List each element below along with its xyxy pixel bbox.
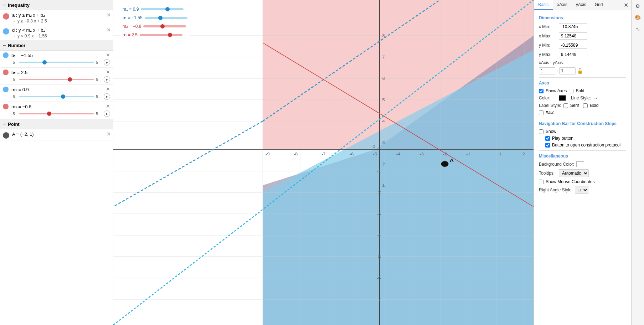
inequality-d-sublabel: y < 0.9 x − 1.55 [17,33,47,38]
svg-text:-4: -4 [377,233,381,237]
inequality-d-color-dot [3,28,9,35]
right-angle-label: Right Angle Style: [539,187,573,192]
italic-checkbox[interactable] [539,110,543,115]
svg-text:-4: -4 [396,152,401,156]
m2-slider[interactable] [19,113,94,114]
number-item-m1: m₁ = 0.9 ✕ -5 5 ▶ [0,85,113,102]
nav-play-checkbox[interactable] [545,136,550,141]
b1-min-label: -5 [11,60,17,65]
b2-float-row: b₂ = 2.5 [120,31,190,38]
inequality-d-label: d : y < m₁ x + b₁ [12,27,110,33]
xmin-input[interactable] [559,23,587,30]
svg-text:A: A [449,158,454,163]
sliders-floating-panel: m₁ = 0.9 b₁ = −1.55 m₂ = −0.8 b₂ = 2.5 [120,6,190,38]
m1-slider[interactable] [19,96,94,97]
m2-float-thumb [160,24,165,29]
b1-close-btn[interactable]: ✕ [106,52,110,57]
lock-icon[interactable]: 🔓 [577,68,583,74]
point-collapse-btn[interactable]: − [3,121,6,127]
b1-play-btn[interactable]: ▶ [104,59,110,66]
divider-3 [539,150,626,151]
xmax-row: x Max: [539,32,626,40]
svg-text:-2: -2 [377,191,381,195]
m2-close-btn[interactable]: ✕ [106,104,110,109]
function-icon[interactable]: ∿ [633,24,643,33]
nav-show-checkbox[interactable] [539,129,543,134]
ymax-input[interactable] [559,51,587,58]
nav-protocol-checkbox[interactable] [545,143,550,148]
svg-text:0: 0 [372,144,375,149]
b1-color-dot [3,52,9,58]
number-section-header: − Number [0,40,113,51]
nav-protocol-row: Button to open construction protocol [539,143,626,148]
svg-text:-9: -9 [266,152,270,156]
b2-slider[interactable] [19,79,94,80]
svg-text:6: 6 [382,77,385,81]
point-A-dot[interactable] [441,161,449,167]
tab-xaxis[interactable]: xAxis [553,0,572,10]
number-collapse-btn[interactable]: − [3,42,6,48]
bg-color-swatch[interactable] [576,161,584,167]
m1-close-btn[interactable]: ✕ [106,87,110,92]
inequality-section-header: − Inequality [0,0,113,10]
mouse-coord-label: Show Mouse Coordinates [546,179,594,184]
svg-text:-5: -5 [377,255,381,259]
svg-text:-7: -7 [377,298,381,301]
svg-text:8: 8 [382,34,385,38]
axes-bold-checkbox[interactable] [569,89,573,93]
ratio-row: : 🔓 [539,67,626,74]
left-panel: − Inequality a : y ≥ m₂ x + b₂ → y ≥ −0.… [0,0,113,325]
number-section-title: Number [8,43,25,48]
m2-float-track[interactable] [143,25,186,27]
label-bold-checkbox[interactable] [583,103,588,108]
b2-float-track[interactable] [140,34,182,36]
nav-bar-title: Navigation Bar for Construction Steps [539,121,626,126]
tab-basic[interactable]: Basic [534,0,553,10]
b2-play-btn[interactable]: ▶ [104,76,110,83]
m2-play-btn[interactable]: ▶ [104,110,110,117]
ymax-label: y Max: [539,52,557,57]
svg-text:2: 2 [382,162,385,166]
label-serif-checkbox[interactable] [563,103,568,108]
ratio-x-input[interactable] [539,67,555,74]
inequality-d-close-btn[interactable]: ✕ [107,27,111,32]
tabs-row: Basic xAxis yAxis Grid ✕ [534,0,631,10]
b1-float-track[interactable] [145,17,187,19]
graph-canvas-area[interactable]: 0 -9 -8 -7 -6 -5 -4 -3 -2 -1 1 2 8 7 6 5… [113,0,534,325]
m1-float-row: m₁ = 0.9 [120,6,190,13]
tab-grid[interactable]: Grid [591,0,607,10]
point-A-close-btn[interactable]: ✕ [107,131,111,136]
settings-close-btn[interactable]: ✕ [621,0,631,10]
label-style-row: Label Style: Serif Bold [539,103,626,108]
point-section-header: − Point [0,119,113,129]
inequality-collapse-btn[interactable]: − [3,2,6,8]
xmin-row: x Min: [539,23,626,30]
palette-icon[interactable]: 🎨 [633,13,643,22]
axes-title: Axes [539,81,626,86]
gear-icon[interactable]: ⚙ [633,1,643,11]
axes-color-swatch[interactable] [559,95,566,101]
b1-slider[interactable] [19,62,94,63]
m1-float-track[interactable] [141,8,184,10]
b1-max-label: 5 [96,60,102,65]
mouse-coord-checkbox[interactable] [539,180,543,184]
right-panel-content: Dimensions x Min: x Max: y Min: y Max: x… [534,10,631,325]
show-axes-checkbox[interactable] [539,89,543,93]
ymin-label: y Min: [539,43,557,48]
svg-text:5: 5 [382,98,385,102]
inequality-a-close-btn[interactable]: ✕ [107,12,111,17]
b2-close-btn[interactable]: ✕ [106,69,110,74]
m1-play-btn[interactable]: ▶ [104,93,110,100]
m1-color-dot [3,87,9,92]
ymin-input[interactable] [559,42,587,49]
tooltips-select[interactable]: Automatic [559,169,589,177]
right-angle-select[interactable]: □ [575,186,588,194]
svg-text:-6: -6 [350,152,354,156]
tab-yaxis[interactable]: yAxis [572,0,591,10]
axes-color-row: Color: Line Style: → [539,95,626,101]
ratio-y-input[interactable] [559,67,576,74]
inequality-a-arrow: → [12,19,16,23]
xmax-input[interactable] [559,32,587,40]
svg-text:7: 7 [382,55,385,59]
svg-text:-5: -5 [373,152,377,156]
